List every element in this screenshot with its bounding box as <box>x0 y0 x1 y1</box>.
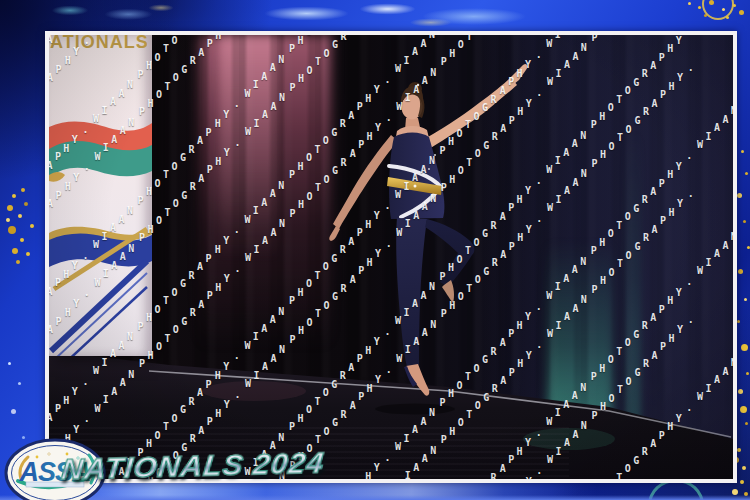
event-banner: NATIONALS <box>49 35 152 356</box>
teal-splash-top-left <box>44 0 174 26</box>
south-african-flag-graphic <box>49 35 152 356</box>
gold-ring-ornament <box>702 0 734 20</box>
gold-splatter-left <box>12 194 16 198</box>
gold-splatter-top-right <box>688 2 691 5</box>
right-hand <box>510 64 528 84</box>
teal-ring-ornament <box>648 479 704 500</box>
left-hand <box>329 226 340 241</box>
light-dots-left <box>8 362 11 365</box>
dancer-shadow <box>375 404 455 415</box>
light-blue-wash-bottom <box>55 483 715 500</box>
gold-splatter-right <box>741 150 744 153</box>
stage-photo: NATIONALS WIAANPHOTOGRAPHY.WIAANPHOTOGRA… <box>49 35 733 479</box>
event-title: NATIONALS 2024 <box>60 446 327 487</box>
blue-paint-splash-top <box>258 0 528 30</box>
leotard <box>389 133 444 220</box>
dancer-figure <box>329 64 528 415</box>
border-bottom-edge <box>0 495 750 500</box>
framed-event-photo: NATIONALS WIAANPHOTOGRAPHY.WIAANPHOTOGRA… <box>0 0 750 500</box>
